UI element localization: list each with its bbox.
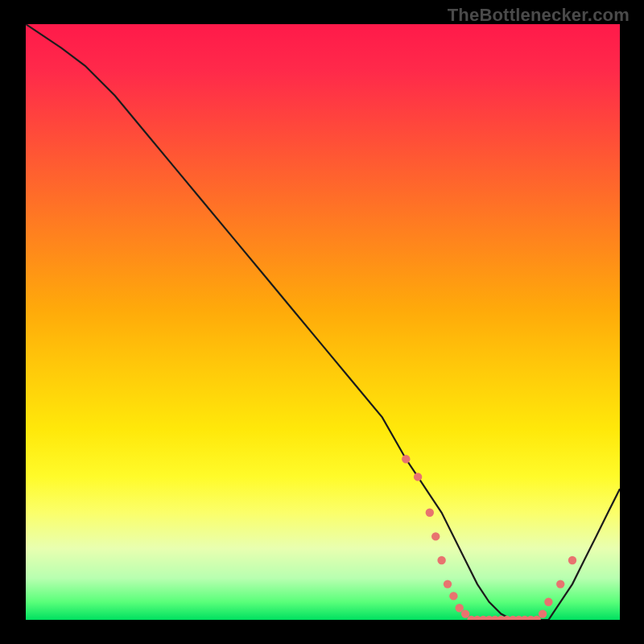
watermark-text: TheBottlenecker.com bbox=[448, 5, 630, 26]
curve-marker bbox=[556, 580, 564, 588]
plot-area bbox=[26, 24, 620, 620]
curve-marker bbox=[461, 609, 469, 617]
bottleneck-curve bbox=[26, 24, 620, 620]
curve-marker bbox=[402, 455, 410, 463]
curve-marker bbox=[444, 580, 452, 588]
marker-group bbox=[402, 455, 576, 620]
curve-marker bbox=[437, 556, 445, 564]
curve-marker bbox=[426, 509, 434, 517]
curve-marker bbox=[431, 532, 440, 540]
curve-marker bbox=[449, 592, 457, 600]
curve-marker bbox=[544, 598, 552, 606]
curve-marker bbox=[456, 604, 464, 612]
curve-marker bbox=[568, 556, 576, 564]
curve-svg bbox=[26, 24, 620, 620]
curve-marker bbox=[539, 609, 547, 617]
curve-marker bbox=[414, 473, 422, 481]
